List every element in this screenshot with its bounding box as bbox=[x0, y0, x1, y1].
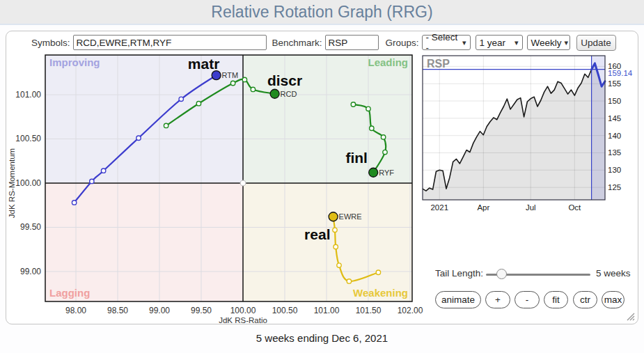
series-marker-RYF bbox=[351, 102, 355, 107]
series-marker-RTM bbox=[72, 201, 76, 205]
series-marker-RCD bbox=[251, 87, 255, 91]
header: Relative Rotation Graph (RRG) bbox=[0, 0, 644, 25]
series-marker-RCD bbox=[196, 102, 201, 106]
series-marker-RTM bbox=[101, 168, 105, 173]
rsp-y-tick-label: 140 bbox=[608, 132, 621, 140]
y-tick-label: 99.50 bbox=[20, 222, 41, 232]
rsp-x-tick-label: 2021 bbox=[430, 203, 448, 212]
series-marker-RYF bbox=[383, 150, 387, 154]
sector-label-discr: discr bbox=[267, 72, 302, 88]
series-dot-EWRE[interactable] bbox=[329, 212, 338, 221]
series-symbol-label-RTM: RTM bbox=[222, 71, 239, 79]
x-tick-label: 101.50 bbox=[356, 306, 382, 315]
series-marker-EWRE bbox=[333, 244, 338, 249]
page-title: Relative Rotation Graph (RRG) bbox=[0, 0, 644, 24]
tail-length-label: Tail Length: bbox=[435, 268, 483, 279]
series-dot-RYF[interactable] bbox=[369, 168, 378, 177]
series-marker-RTM bbox=[179, 97, 183, 101]
series-marker-RTM bbox=[136, 136, 141, 140]
x-tick-label: 99.50 bbox=[191, 306, 212, 315]
sector-label-matr: matr bbox=[188, 56, 220, 72]
x-tick-label: 100.50 bbox=[272, 306, 298, 315]
quadrant-weakening bbox=[243, 183, 412, 301]
sector-label-real: real bbox=[304, 226, 330, 242]
zoom-out-button[interactable]: - bbox=[515, 291, 540, 308]
series-marker-RCD bbox=[164, 123, 168, 127]
rsp-y-tick-label: 130 bbox=[608, 166, 621, 174]
tail-length-value: 5 weeks bbox=[596, 268, 631, 279]
series-marker-RYF bbox=[381, 135, 385, 139]
rsp-y-tick-label: 155 bbox=[608, 79, 621, 88]
x-tick-label: 102.00 bbox=[398, 306, 423, 315]
series-marker-EWRE bbox=[333, 228, 337, 232]
fit-button[interactable]: fit bbox=[544, 291, 568, 308]
x-tick-label: 99.00 bbox=[149, 306, 170, 315]
sector-label-finl: finl bbox=[345, 150, 368, 166]
animate-button[interactable]: animate bbox=[435, 291, 481, 308]
rsp-x-tick-label: Apr bbox=[477, 203, 489, 212]
rsp-y-tick-label: 135 bbox=[608, 148, 621, 157]
zoom-in-button[interactable]: + bbox=[485, 291, 510, 308]
maximize-button[interactable]: max bbox=[602, 291, 625, 308]
series-marker-RYF bbox=[366, 107, 370, 111]
x-tick-label: 98.50 bbox=[107, 306, 128, 315]
x-tick-label: 100.00 bbox=[230, 306, 256, 315]
tail-length-slider[interactable] bbox=[486, 269, 590, 280]
series-dot-RCD[interactable] bbox=[270, 89, 279, 98]
center-button[interactable]: ctr bbox=[573, 291, 597, 308]
slider-handle[interactable] bbox=[496, 269, 507, 279]
y-tick-label: 100.50 bbox=[15, 134, 41, 143]
series-marker-RCD bbox=[242, 77, 246, 81]
main-panel: Symbols: Benchmark: Groups: - Select - ▾… bbox=[6, 31, 638, 324]
quadrant-label-leading: Leading bbox=[368, 56, 408, 68]
series-marker-EWRE bbox=[337, 263, 341, 267]
series-marker-RCD bbox=[230, 81, 235, 85]
rsp-y-tick-label: 150 bbox=[608, 97, 621, 105]
series-dot-RTM[interactable] bbox=[212, 71, 221, 80]
x-tick-label: 98.00 bbox=[65, 306, 86, 315]
rrg-chart[interactable]: ImprovingLeadingLaggingWeakening98.0098.… bbox=[8, 55, 423, 324]
rsp-mini-chart[interactable]: RSP125130135140145150155160159.142021Apr… bbox=[423, 56, 633, 212]
resize-handle-icon[interactable] bbox=[624, 310, 635, 321]
y-tick-label: 99.00 bbox=[20, 267, 41, 276]
quadrant-label-weakening: Weakening bbox=[353, 287, 408, 299]
series-symbol-label-RYF: RYF bbox=[379, 168, 394, 177]
benchmark-center-dot bbox=[240, 180, 246, 186]
rsp-y-tick-label: 145 bbox=[608, 114, 621, 123]
quadrant-label-lagging: Lagging bbox=[49, 287, 90, 299]
rsp-x-tick-label: Oct bbox=[568, 203, 581, 212]
charts-canvas: ImprovingLeadingLaggingWeakening98.0098.… bbox=[6, 31, 639, 324]
series-marker-EWRE bbox=[376, 270, 380, 274]
y-tick-label: 101.00 bbox=[15, 90, 41, 100]
series-marker-RTM bbox=[90, 179, 94, 183]
x-tick-label: 101.00 bbox=[314, 306, 340, 315]
quadrant-label-improving: Improving bbox=[49, 56, 100, 68]
series-symbol-label-EWRE: EWRE bbox=[339, 212, 362, 221]
rsp-x-tick-label: Jul bbox=[526, 203, 536, 212]
x-axis-title: JdK RS-Ratio bbox=[219, 316, 267, 324]
y-axis-title: JdK RS-Momentum bbox=[8, 148, 16, 218]
rsp-chart-title: RSP bbox=[427, 58, 450, 70]
y-tick-label: 100.00 bbox=[15, 178, 41, 188]
series-symbol-label-RCD: RCD bbox=[281, 90, 297, 98]
series-marker-RYF bbox=[370, 126, 374, 130]
footer-caption: 5 weeks ending Dec 6, 2021 bbox=[0, 332, 644, 344]
series-marker-EWRE bbox=[347, 279, 351, 283]
rsp-last-value-label: 159.14 bbox=[608, 69, 633, 77]
rsp-y-tick-label: 125 bbox=[608, 183, 621, 191]
